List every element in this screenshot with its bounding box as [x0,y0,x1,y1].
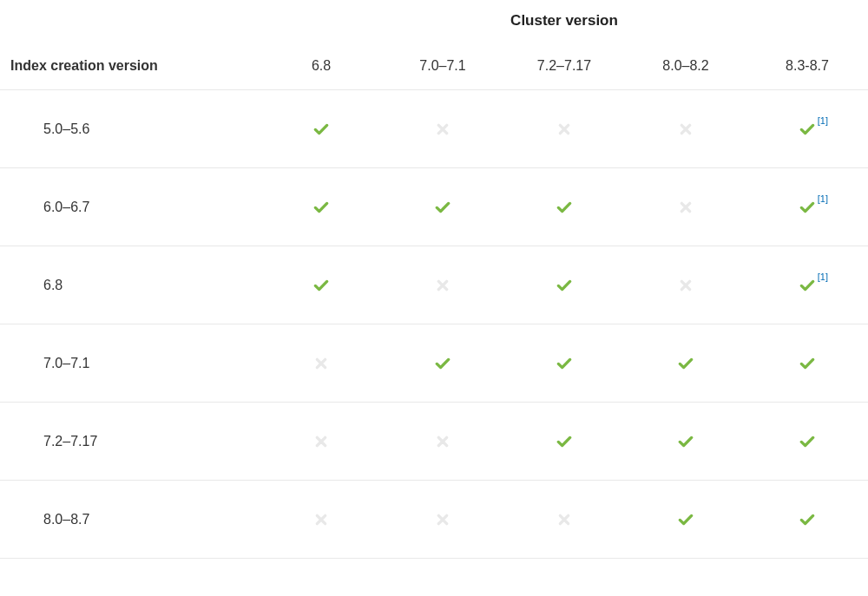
table-header-row: Index creation version 6.8 7.0–7.1 7.2–7… [0,42,868,90]
cross-icon [679,278,693,292]
cross-icon [436,122,450,136]
footnote-link[interactable]: [1] [818,193,828,204]
footnote-link[interactable]: [1] [818,115,828,126]
row-label: 8.0–8.7 [0,512,260,527]
check-icon [556,277,573,294]
check-icon [434,355,451,372]
compatibility-cell [625,200,746,214]
row-header-label: Index creation version [0,58,260,74]
check-icon [312,277,330,294]
check-icon [677,433,694,450]
row-label: 7.2–7.17 [0,434,260,449]
check-icon [799,511,816,528]
compatibility-cell [503,199,625,216]
compatibility-cell [503,513,625,527]
row-label: 7.0–7.1 [0,356,260,371]
table-row: 6.0–6.7[1] [0,168,868,246]
cross-icon [557,122,571,136]
row-label: 5.0–5.6 [0,121,260,137]
column-header: 6.8 [260,58,382,74]
check-icon [799,355,816,372]
table-row: 7.2–7.17 [0,403,868,481]
compatibility-cell [382,199,503,216]
compatibility-cell [625,355,746,372]
compatibility-cell [503,277,625,294]
cross-icon [436,278,450,292]
compatibility-cell [746,433,868,450]
compatibility-cell [260,357,382,370]
check-icon [799,433,816,450]
compatibility-cell [260,513,382,527]
compatibility-cell: [1] [746,277,868,294]
compatibility-cell [625,278,746,292]
table-super-header-row: Cluster version [0,0,868,42]
cross-icon [436,435,450,449]
check-icon [799,199,816,216]
compatibility-cell [260,199,382,216]
column-header: 8.0–8.2 [625,58,746,74]
check-icon [556,433,573,450]
table-row: 5.0–5.6[1] [0,90,868,168]
footnote-link[interactable]: [1] [818,272,828,282]
column-header: 8.3-8.7 [746,58,868,74]
cross-icon [314,357,328,370]
check-icon [312,121,330,138]
cluster-version-header: Cluster version [0,12,868,29]
check-icon [799,121,816,138]
row-label: 6.8 [0,278,260,293]
compatibility-cell [503,433,625,450]
compatibility-table: Cluster version Index creation version 6… [0,0,868,559]
compatibility-cell [503,122,625,136]
cross-icon [314,513,328,527]
check-icon [556,199,573,216]
compatibility-cell [382,435,503,449]
column-header: 7.0–7.1 [382,58,503,74]
cross-icon [679,122,693,136]
compatibility-cell [625,433,746,450]
compatibility-cell [746,355,868,372]
compatibility-cell [260,277,382,294]
compatibility-cell: [1] [746,121,868,138]
column-header: 7.2–7.17 [503,58,625,74]
check-icon [677,511,694,528]
compatibility-cell [382,355,503,372]
cross-icon [436,513,450,527]
cross-icon [557,513,571,527]
compatibility-cell [382,513,503,527]
table-row: 8.0–8.7 [0,481,868,559]
compatibility-cell [503,355,625,372]
table-row: 6.8[1] [0,246,868,324]
compatibility-cell [625,122,746,136]
check-icon [677,355,694,372]
table-row: 7.0–7.1 [0,324,868,403]
compatibility-cell: [1] [746,199,868,216]
check-icon [556,355,573,372]
row-label: 6.0–6.7 [0,200,260,215]
check-icon [799,277,816,294]
compatibility-cell [260,435,382,449]
check-icon [312,199,330,216]
compatibility-cell [260,121,382,138]
cross-icon [679,200,693,214]
check-icon [434,199,451,216]
compatibility-cell [382,122,503,136]
cross-icon [314,435,328,449]
compatibility-cell [625,511,746,528]
compatibility-cell [746,511,868,528]
compatibility-cell [382,278,503,292]
